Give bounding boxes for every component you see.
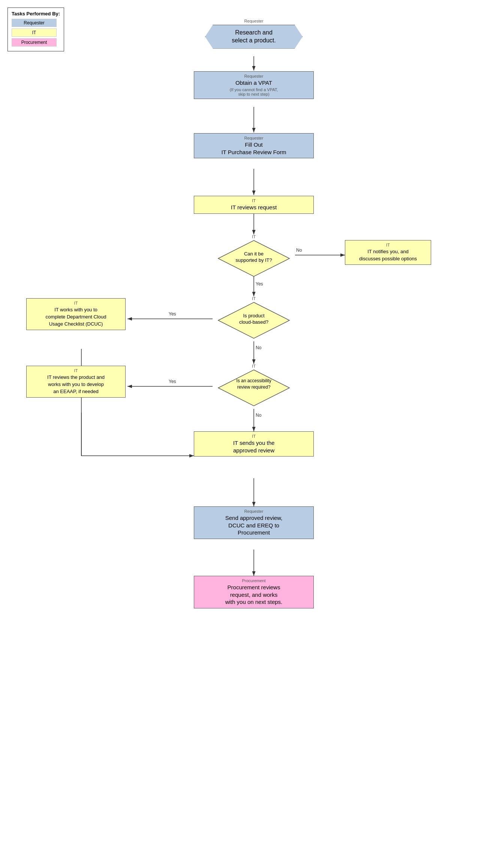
- node-vpat-role: Requester: [198, 74, 310, 78]
- node-dcuc-role: IT: [30, 301, 121, 305]
- node-eeaap-role: IT: [30, 368, 121, 373]
- node-notifies-role: IT: [349, 243, 427, 247]
- node-vpat: Requester Obtain a VPAT (If you cannot f…: [194, 71, 314, 99]
- node-send-procurement-box: Requester Send approved review,DCUC and …: [194, 506, 314, 539]
- svg-text:Is product: Is product: [243, 313, 264, 318]
- label-no-n5: No: [296, 248, 302, 253]
- node-itreviews-box: IT IT reviews request: [194, 196, 314, 214]
- svg-text:supported by IT?: supported by IT?: [235, 257, 272, 263]
- label-yes-n7: Yes: [169, 379, 176, 384]
- node-cloudbased-diamond-svg: Is product cloud-based?: [217, 302, 290, 339]
- svg-text:cloud-based?: cloud-based?: [239, 319, 268, 325]
- node-fillout-role: Requester: [198, 136, 310, 140]
- node-supported-role: IT: [217, 234, 290, 239]
- node-fillout-box: Requester Fill OutIT Purchase Review For…: [194, 133, 314, 158]
- node-supported: IT Can it be supported by IT?: [217, 234, 290, 278]
- node-dcuc-main: IT works with you tocomplete Department …: [46, 307, 106, 327]
- node-approved-review: IT IT sends you theapproved review: [194, 431, 314, 457]
- node-research-role: Requester: [205, 19, 303, 23]
- node-dcuc-box: IT IT works with you tocomplete Departme…: [26, 298, 126, 330]
- node-supported-diamond-svg: Can it be supported by IT?: [217, 240, 290, 277]
- node-send-procurement: Requester Send approved review,DCUC and …: [194, 506, 314, 539]
- label-no-n7: No: [256, 413, 261, 418]
- node-research: Requester Research andselect a product.: [205, 19, 303, 49]
- node-eeaap-main: IT reviews the product andworks with you…: [47, 374, 105, 394]
- node-cloudbased-role: IT: [217, 296, 290, 301]
- node-eeaap-box: IT IT reviews the product andworks with …: [26, 366, 126, 398]
- svg-text:review required?: review required?: [237, 384, 271, 390]
- node-procurement-reviews-main: Procurement reviewsrequest, and workswit…: [225, 584, 283, 605]
- node-notifies-box: IT IT notifies you, anddiscusses possibl…: [345, 240, 431, 265]
- node-notifies-main: IT notifies you, anddiscusses possible o…: [359, 249, 417, 261]
- node-accessibility-diamond-svg: Is an accessibility review required?: [217, 369, 290, 407]
- node-research-main: Research andselect a product.: [232, 29, 276, 44]
- node-approved-review-box: IT IT sends you theapproved review: [194, 431, 314, 457]
- node-itreviews-role: IT: [198, 198, 310, 203]
- node-send-procurement-main: Send approved review,DCUC and EREQ toPro…: [225, 515, 283, 536]
- node-dcuc: IT IT works with you tocomplete Departme…: [26, 298, 126, 330]
- label-no-n6: No: [256, 345, 261, 350]
- node-vpat-main: Obtain a VPAT: [235, 80, 272, 86]
- label-yes-n6: Yes: [169, 311, 176, 317]
- svg-text:Is an accessibility: Is an accessibility: [236, 378, 271, 383]
- svg-text:Can it be: Can it be: [244, 251, 264, 257]
- node-vpat-sub: (If you cannot find a VPAT,skip to next …: [198, 87, 310, 96]
- node-accessibility-role: IT: [217, 364, 290, 368]
- node-procurement-reviews: Procurement Procurement reviewsrequest, …: [194, 576, 314, 608]
- node-procurement-reviews-role: Procurement: [198, 578, 310, 583]
- node-fillout-main: Fill OutIT Purchase Review Form: [221, 141, 286, 155]
- node-procurement-reviews-box: Procurement Procurement reviewsrequest, …: [194, 576, 314, 608]
- node-cloudbased: IT Is product cloud-based?: [217, 296, 290, 339]
- node-notifies: IT IT notifies you, anddiscusses possibl…: [345, 240, 431, 265]
- node-fillout: Requester Fill OutIT Purchase Review For…: [194, 133, 314, 158]
- node-itreviews-main: IT reviews request: [231, 204, 277, 210]
- node-approved-review-main: IT sends you theapproved review: [233, 440, 275, 454]
- node-itreviews: IT IT reviews request: [194, 196, 314, 214]
- node-send-procurement-role: Requester: [198, 509, 310, 514]
- node-accessibility: IT Is an accessibility review required?: [217, 364, 290, 407]
- flowchart: Yes No Yes No Yes No Requester Research …: [7, 8, 486, 868]
- node-research-hex: Research andselect a product.: [205, 25, 303, 49]
- node-vpat-box: Requester Obtain a VPAT (If you cannot f…: [194, 71, 314, 99]
- label-yes-n5: Yes: [256, 281, 263, 287]
- node-approved-review-role: IT: [198, 434, 310, 439]
- node-eeaap: IT IT reviews the product andworks with …: [26, 366, 126, 398]
